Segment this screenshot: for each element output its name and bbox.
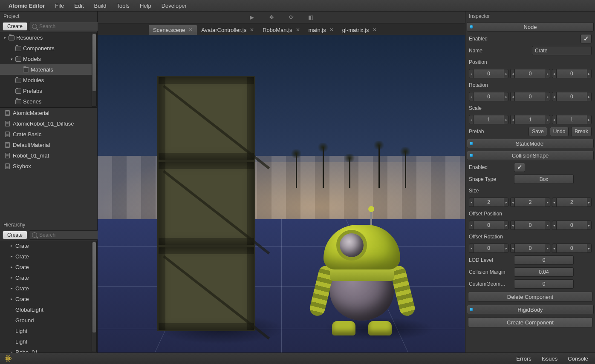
tree-row-resources[interactable]: ▾Resources (0, 32, 97, 43)
status-console[interactable]: Console (568, 355, 588, 362)
status-issues[interactable]: Issues (542, 355, 558, 362)
spin-value[interactable]: 0 (515, 92, 545, 101)
spin-decrement-icon[interactable]: ◂ (552, 69, 557, 78)
spin-decrement-icon[interactable]: ◂ (469, 92, 474, 101)
hierarchy-row[interactable]: ▸Crate (0, 294, 97, 304)
spin-increment-icon[interactable]: ▸ (546, 198, 550, 207)
spin-decrement-icon[interactable]: ◂ (552, 244, 557, 253)
hierarchy-row[interactable]: ▸Robo_01 (0, 347, 97, 353)
hierarchy-row[interactable]: ▸Crate (0, 262, 97, 272)
section-node[interactable]: Node (467, 22, 594, 32)
spin-increment-icon[interactable]: ▸ (546, 221, 550, 230)
scale-icon[interactable]: ◧ (307, 14, 314, 21)
close-icon[interactable]: ✕ (296, 27, 300, 33)
spin-value[interactable]: 0 (557, 221, 587, 230)
menu-developer[interactable]: Developer (156, 0, 192, 11)
margin-input[interactable]: 0.04 (514, 267, 574, 277)
play-icon[interactable]: ▶ (248, 14, 255, 21)
tree-row-scenes[interactable]: Scenes (0, 96, 97, 107)
hierarchy-tree[interactable]: ▸Crate▸Crate▸Crate▸Crate▸Crate▸CrateGlob… (0, 241, 97, 353)
number-spinner[interactable]: ◂0▸ (469, 92, 508, 101)
spin-value[interactable]: 2 (474, 198, 504, 207)
close-icon[interactable]: ✕ (188, 27, 193, 33)
spin-increment-icon[interactable]: ▸ (504, 221, 508, 230)
tree-row-scripts[interactable]: Scripts (0, 107, 97, 108)
hierarchy-row[interactable]: GlobalLight (0, 304, 97, 315)
prefab-undo-button[interactable]: Undo (550, 127, 569, 136)
spin-value[interactable]: 0 (474, 244, 504, 253)
translate-icon[interactable]: ✥ (268, 14, 275, 21)
project-tree[interactable]: ▾Resources Components ▾Models Materials … (0, 32, 97, 108)
customgeom-input[interactable]: 0 (514, 279, 574, 289)
file-row[interactable]: AtomicRobot_01_Diffuse (0, 118, 97, 129)
spin-decrement-icon[interactable]: ◂ (552, 198, 557, 207)
spin-decrement-icon[interactable]: ◂ (510, 115, 515, 124)
number-spinner[interactable]: ◂0▸ (510, 92, 550, 101)
spin-value[interactable]: 0 (515, 244, 545, 253)
spin-increment-icon[interactable]: ▸ (546, 115, 550, 124)
lod-input[interactable]: 0 (514, 255, 574, 265)
scene-viewport[interactable] (98, 35, 465, 353)
spin-increment-icon[interactable]: ▸ (504, 115, 508, 124)
spin-value[interactable]: 0 (557, 69, 587, 78)
hierarchy-row[interactable]: Light (0, 336, 97, 347)
rotate-icon[interactable]: ⟳ (288, 14, 295, 21)
hierarchy-row[interactable]: ▸Crate (0, 251, 97, 262)
name-input[interactable]: Crate (532, 46, 592, 55)
spin-increment-icon[interactable]: ▸ (587, 198, 592, 207)
hierarchy-row[interactable]: Ground (0, 315, 97, 326)
spin-decrement-icon[interactable]: ◂ (469, 115, 474, 124)
spin-increment-icon[interactable]: ▸ (504, 198, 508, 207)
file-row[interactable]: AtomicMaterial (0, 108, 97, 118)
spin-decrement-icon[interactable]: ◂ (469, 221, 474, 230)
spin-increment-icon[interactable]: ▸ (587, 92, 592, 101)
file-row[interactable]: Crate.Basic (0, 129, 97, 140)
tree-row-modules[interactable]: Modules (0, 75, 97, 86)
number-spinner[interactable]: ◂1▸ (469, 115, 508, 124)
menu-tools[interactable]: Tools (112, 0, 135, 11)
spin-decrement-icon[interactable]: ◂ (552, 92, 557, 101)
spin-value[interactable]: 0 (515, 69, 545, 78)
tab-avatarcontroller[interactable]: AvatarController.js✕ (197, 25, 258, 35)
section-staticmodel[interactable]: StaticModel (467, 139, 594, 148)
number-spinner[interactable]: ◂0▸ (552, 221, 592, 230)
spin-decrement-icon[interactable]: ◂ (552, 115, 557, 124)
spin-value[interactable]: 0 (474, 92, 504, 101)
number-spinner[interactable]: ◂0▸ (469, 69, 508, 78)
project-tree-scrollbar[interactable] (92, 33, 97, 107)
spin-value[interactable]: 0 (515, 221, 545, 230)
prefab-save-button[interactable]: Save (529, 127, 547, 136)
number-spinner[interactable]: ◂0▸ (510, 69, 550, 78)
spin-increment-icon[interactable]: ▸ (504, 92, 508, 101)
spin-decrement-icon[interactable]: ◂ (510, 69, 515, 78)
menu-file[interactable]: File (50, 0, 69, 11)
hierarchy-search[interactable] (29, 230, 106, 240)
spin-increment-icon[interactable]: ▸ (504, 69, 508, 78)
number-spinner[interactable]: ◂0▸ (510, 244, 550, 253)
hierarchy-search-input[interactable] (39, 232, 103, 238)
close-icon[interactable]: ✕ (373, 27, 377, 33)
spin-decrement-icon[interactable]: ◂ (510, 244, 515, 253)
number-spinner[interactable]: ◂0▸ (469, 221, 508, 230)
spin-decrement-icon[interactable]: ◂ (469, 198, 474, 207)
prefab-break-button[interactable]: Break (571, 127, 592, 136)
spin-value[interactable]: 2 (557, 198, 587, 207)
shapetype-select[interactable]: Box (514, 175, 574, 184)
tree-row-materials[interactable]: Materials (0, 64, 97, 75)
hierarchy-row[interactable]: Light (0, 326, 97, 336)
hierarchy-row[interactable]: ▸Crate (0, 272, 97, 283)
enabled-checkbox[interactable] (581, 34, 592, 43)
spin-value[interactable]: 1 (557, 115, 587, 124)
tree-row-components[interactable]: Components (0, 43, 97, 54)
number-spinner[interactable]: ◂2▸ (510, 198, 550, 207)
number-spinner[interactable]: ◂2▸ (469, 198, 508, 207)
number-spinner[interactable]: ◂1▸ (510, 115, 550, 124)
number-spinner[interactable]: ◂1▸ (552, 115, 592, 124)
create-component-button[interactable]: Create Component (468, 317, 592, 327)
project-create-button[interactable]: Create (3, 22, 27, 31)
spin-value[interactable]: 2 (515, 198, 545, 207)
delete-component-button[interactable]: Delete Component (468, 292, 592, 302)
close-icon[interactable]: ✕ (250, 27, 254, 33)
number-spinner[interactable]: ◂0▸ (552, 69, 592, 78)
spin-increment-icon[interactable]: ▸ (546, 92, 550, 101)
